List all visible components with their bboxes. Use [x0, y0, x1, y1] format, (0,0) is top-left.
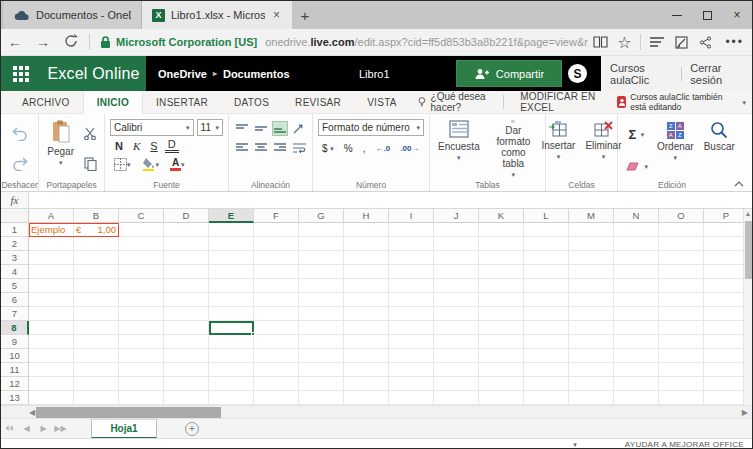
column-header-C[interactable]: C — [119, 209, 164, 223]
account-link[interactable]: Cursos aulaClic — [601, 62, 680, 86]
insert-cells-button[interactable]: Insertar ▾ — [538, 119, 578, 179]
cell-I3[interactable] — [389, 251, 434, 265]
copy-button[interactable] — [81, 156, 99, 172]
cell-L9[interactable] — [524, 335, 569, 349]
cell-L10[interactable] — [524, 349, 569, 363]
cell-L5[interactable] — [524, 279, 569, 293]
cell-K4[interactable] — [479, 265, 524, 279]
cell-J4[interactable] — [434, 265, 479, 279]
cell-K1[interactable] — [479, 223, 524, 237]
cell-L13[interactable] — [524, 391, 569, 405]
row-header-9[interactable]: 9 — [1, 335, 29, 349]
cell-B10[interactable] — [74, 349, 119, 363]
row-header-12[interactable]: 12 — [1, 377, 29, 391]
minimize-button[interactable] — [662, 1, 692, 29]
breadcrumb-root[interactable]: OneDrive — [158, 68, 207, 80]
cell-B7[interactable] — [74, 307, 119, 321]
column-header-M[interactable]: M — [569, 209, 614, 223]
cell-B2[interactable] — [74, 237, 119, 251]
cut-button[interactable] — [81, 126, 99, 141]
cell-K6[interactable] — [479, 293, 524, 307]
column-header-N[interactable]: N — [614, 209, 659, 223]
cell-O1[interactable] — [659, 223, 704, 237]
cell-J6[interactable] — [434, 293, 479, 307]
cell-F5[interactable] — [254, 279, 299, 293]
cell-O11[interactable] — [659, 363, 704, 377]
cell-N12[interactable] — [614, 377, 659, 391]
cell-F1[interactable] — [254, 223, 299, 237]
coediting-indicator[interactable]: Cursos aulaClic también está editando ▾ — [617, 92, 752, 112]
cell-K12[interactable] — [479, 377, 524, 391]
row-header-3[interactable]: 3 — [1, 251, 29, 265]
breadcrumb-current[interactable]: Documentos — [223, 68, 290, 80]
cell-O9[interactable] — [659, 335, 704, 349]
first-sheet-icon[interactable]: ⏴⏴ — [1, 424, 18, 434]
cell-H13[interactable] — [344, 391, 389, 405]
cell-M11[interactable] — [569, 363, 614, 377]
row-header-6[interactable]: 6 — [1, 293, 29, 307]
cell-I1[interactable] — [389, 223, 434, 237]
cell-I12[interactable] — [389, 377, 434, 391]
cell-A3[interactable] — [29, 251, 74, 265]
cell-G7[interactable] — [299, 307, 344, 321]
cell-G12[interactable] — [299, 377, 344, 391]
column-header-H[interactable]: H — [344, 209, 389, 223]
column-header-A[interactable]: A — [29, 209, 74, 223]
tab-datos[interactable]: DATOS — [221, 91, 282, 114]
cell-J12[interactable] — [434, 377, 479, 391]
cell-J13[interactable] — [434, 391, 479, 405]
cell-E9[interactable] — [209, 335, 254, 349]
row-header-11[interactable]: 11 — [1, 363, 29, 377]
currency-format-button[interactable]: $ ▾ — [320, 142, 336, 155]
cell-H9[interactable] — [344, 335, 389, 349]
cell-G9[interactable] — [299, 335, 344, 349]
undo-button[interactable] — [10, 126, 30, 142]
cell-K2[interactable] — [479, 237, 524, 251]
cell-M3[interactable] — [569, 251, 614, 265]
decrease-decimal-button[interactable]: .00→ — [398, 143, 421, 154]
borders-button[interactable]: ▾ — [112, 157, 133, 172]
vertical-scrollbar[interactable]: ▲ — [743, 209, 752, 405]
cell-K5[interactable] — [479, 279, 524, 293]
cell-H2[interactable] — [344, 237, 389, 251]
align-bottom-button[interactable] — [272, 121, 288, 136]
cell-D12[interactable] — [164, 377, 209, 391]
cell-F8[interactable] — [254, 321, 299, 335]
tell-me-box[interactable]: ¿Qué desea hacer? — [418, 91, 500, 113]
cell-G10[interactable] — [299, 349, 344, 363]
align-right-button[interactable] — [272, 140, 288, 155]
cell-K10[interactable] — [479, 349, 524, 363]
hub-icon[interactable] — [645, 37, 669, 47]
column-header-D[interactable]: D — [164, 209, 209, 223]
cell-N7[interactable] — [614, 307, 659, 321]
cell-B3[interactable] — [74, 251, 119, 265]
cell-N4[interactable] — [614, 265, 659, 279]
cell-F12[interactable] — [254, 377, 299, 391]
cell-A7[interactable] — [29, 307, 74, 321]
format-as-table-button[interactable]: AZ Dar formato como tabla ▾ — [487, 119, 540, 179]
comma-format-button[interactable]: , — [361, 142, 368, 155]
cell-L2[interactable] — [524, 237, 569, 251]
cell-G13[interactable] — [299, 391, 344, 405]
cell-F11[interactable] — [254, 363, 299, 377]
cell-F9[interactable] — [254, 335, 299, 349]
cell-A12[interactable] — [29, 377, 74, 391]
cell-G3[interactable] — [299, 251, 344, 265]
column-header-J[interactable]: J — [434, 209, 479, 223]
cell-O7[interactable] — [659, 307, 704, 321]
cell-A13[interactable] — [29, 391, 74, 405]
cell-A5[interactable] — [29, 279, 74, 293]
tab-inicio[interactable]: INICIO — [83, 91, 143, 114]
cell-L3[interactable] — [524, 251, 569, 265]
find-button[interactable]: Buscar — [701, 119, 738, 179]
cell-H7[interactable] — [344, 307, 389, 321]
column-header-E[interactable]: E — [209, 209, 254, 223]
cell-E3[interactable] — [209, 251, 254, 265]
cell-J7[interactable] — [434, 307, 479, 321]
cell-J9[interactable] — [434, 335, 479, 349]
row-header-13[interactable]: 13 — [1, 391, 29, 405]
cell-H4[interactable] — [344, 265, 389, 279]
font-size-select[interactable]: 11 ▾ — [197, 119, 223, 136]
vertical-scroll-thumb[interactable] — [745, 221, 752, 279]
forward-icon[interactable]: → — [29, 34, 57, 50]
